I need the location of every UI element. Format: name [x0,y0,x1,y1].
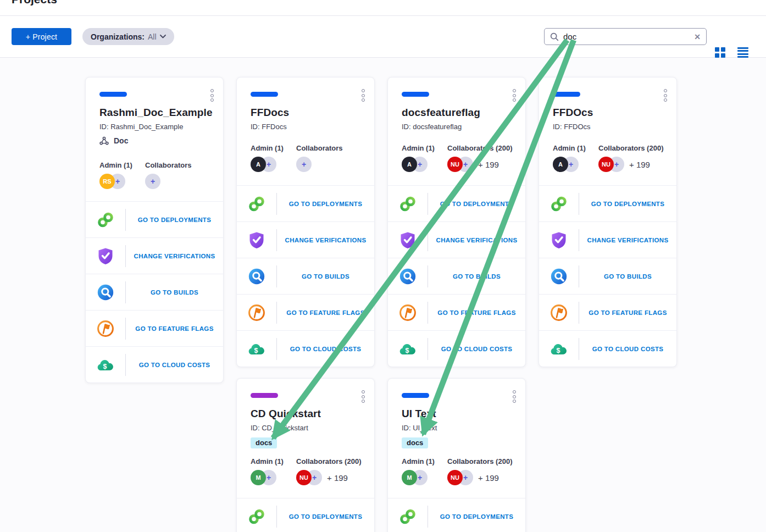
kebab-menu-button[interactable] [663,88,668,104]
cloud-costs-icon: $ [247,339,267,359]
project-card[interactable]: FFDocs ID: FFDocs Admin (1) A + Collabor… [236,77,375,367]
go-to-cloud-costs-link[interactable]: GO TO CLOUD COSTS [277,346,374,352]
action-row-cloud-costs[interactable]: $ GO TO CLOUD COSTS [539,330,676,367]
go-to-feature-flags-link[interactable]: GO TO FEATURE FLAGS [277,309,374,316]
go-to-cloud-costs-link[interactable]: GO TO CLOUD COSTS [428,346,525,352]
project-color-ribbon [99,92,127,97]
action-row-builds[interactable]: GO TO BUILDS [86,274,223,310]
action-row-feature-flags[interactable]: GO TO FEATURE FLAGS [388,294,525,330]
action-row-feature-flags[interactable]: GO TO FEATURE FLAGS [237,294,374,330]
change-verifications-link[interactable]: CHANGE VERIFICATIONS [126,253,223,259]
action-row-deployments[interactable]: GO TO DEPLOYMENTS [237,185,374,221]
action-row-verifications[interactable]: CHANGE VERIFICATIONS [539,221,676,258]
project-id: ID: FFDocs [251,123,360,131]
change-verifications-link[interactable]: CHANGE VERIFICATIONS [277,237,374,243]
project-color-ribbon [553,92,580,97]
tags-row: Doc [99,136,209,145]
organizations-filter-value: All [148,32,157,41]
project-id: ID: Rashmi_Doc_Example [99,123,209,131]
change-verifications-link[interactable]: CHANGE VERIFICATIONS [428,237,525,243]
kebab-menu-button[interactable] [512,389,517,406]
list-view-button[interactable] [737,47,748,58]
action-row-cloud-costs[interactable]: $ GO TO CLOUD COSTS [86,346,223,383]
collaborators-label: Collaborators (200) [447,457,512,465]
search-box[interactable]: ✕ [544,28,707,45]
project-name: docsfeatureflag [402,107,512,119]
project-name: FFDOcs [553,107,663,119]
go-to-deployments-link[interactable]: GO TO DEPLOYMENTS [277,201,374,207]
collaborators-label: Collaborators (200) [447,144,512,152]
project-id: ID: UI_Text [402,424,512,432]
collaborators-overflow-count: + 199 [478,473,499,483]
go-to-feature-flags-link[interactable]: GO TO FEATURE FLAGS [428,309,525,316]
project-card[interactable]: Rashmi_Doc_Example ID: Rashmi_Doc_Exampl… [85,77,224,383]
go-to-feature-flags-link[interactable]: GO TO FEATURE FLAGS [126,325,223,332]
action-row-verifications[interactable]: CHANGE VERIFICATIONS [86,237,223,274]
card-actions: GO TO DEPLOYMENTS [237,498,374,532]
project-card[interactable]: CD Quickstart ID: CD_Quickstart docs Adm… [236,378,375,532]
admin-label: Admin (1) [402,144,447,152]
go-to-deployments-link[interactable]: GO TO DEPLOYMENTS [277,513,374,520]
verifications-icon [549,230,569,250]
cloud-costs-icon: $ [96,355,115,375]
action-row-cloud-costs[interactable]: $ GO TO CLOUD COSTS [237,330,374,367]
avatar: M [402,470,417,485]
go-to-builds-link[interactable]: GO TO BUILDS [428,273,525,280]
add-collaborator-button[interactable]: + [296,157,312,172]
project-card[interactable]: UI Text ID: UI_Text docs Admin (1) M + C… [387,378,526,532]
project-id: ID: FFDOcs [553,123,663,131]
action-row-feature-flags[interactable]: GO TO FEATURE FLAGS [539,294,676,330]
collaborators-label: Collaborators (200) [598,144,663,152]
go-to-builds-link[interactable]: GO TO BUILDS [579,273,676,280]
collaborators-overflow-count: + 199 [478,160,499,169]
organizations-filter-dropdown[interactable]: Organizations: All [82,28,174,45]
search-clear-button[interactable]: ✕ [694,33,701,41]
project-card[interactable]: docsfeatureflag ID: docsfeatureflag Admi… [387,77,526,367]
action-row-builds[interactable]: GO TO BUILDS [539,258,676,294]
action-row-verifications[interactable]: CHANGE VERIFICATIONS [388,221,525,258]
go-to-deployments-link[interactable]: GO TO DEPLOYMENTS [428,201,525,207]
action-row-cloud-costs[interactable]: $ GO TO CLOUD COSTS [388,330,525,367]
action-row-verifications[interactable]: CHANGE VERIFICATIONS [237,221,374,258]
kebab-menu-button[interactable] [209,88,215,104]
action-row-deployments[interactable]: GO TO DEPLOYMENTS [237,498,374,532]
go-to-deployments-link[interactable]: GO TO DEPLOYMENTS [579,201,676,207]
action-row-deployments[interactable]: GO TO DEPLOYMENTS [388,185,525,221]
search-input[interactable] [563,32,690,41]
kebab-menu-button[interactable] [512,88,517,104]
action-row-builds[interactable]: GO TO BUILDS [237,258,374,294]
action-row-deployments[interactable]: GO TO DEPLOYMENTS [388,498,525,532]
go-to-cloud-costs-link[interactable]: GO TO CLOUD COSTS [579,346,676,352]
new-project-button[interactable]: + Project [12,28,71,45]
page-title: Projects [12,0,57,6]
svg-text:$: $ [406,346,409,354]
project-name: FFDocs [251,107,360,119]
change-verifications-link[interactable]: CHANGE VERIFICATIONS [579,237,676,243]
action-row-deployments[interactable]: GO TO DEPLOYMENTS [539,185,676,221]
grid-view-button[interactable] [715,47,725,58]
go-to-builds-link[interactable]: GO TO BUILDS [126,289,223,296]
action-row-deployments[interactable]: GO TO DEPLOYMENTS [86,201,223,237]
admin-label: Admin (1) [553,144,598,152]
card-actions: GO TO DEPLOYMENTS CHANGE VERIFICATIONS G… [237,185,374,367]
search-icon [550,32,559,41]
feature-flags-icon [398,303,418,323]
admin-label: Admin (1) [251,144,296,152]
go-to-deployments-link[interactable]: GO TO DEPLOYMENTS [126,217,223,223]
kebab-menu-button[interactable] [360,389,366,406]
go-to-builds-link[interactable]: GO TO BUILDS [277,273,374,280]
project-card[interactable]: FFDOcs ID: FFDOcs Admin (1) A + Collabor… [539,77,677,367]
deployments-icon [96,210,115,230]
go-to-deployments-link[interactable]: GO TO DEPLOYMENTS [428,513,525,520]
verifications-icon [247,230,267,250]
action-row-feature-flags[interactable]: GO TO FEATURE FLAGS [86,310,223,346]
chevron-down-icon [160,35,166,38]
kebab-menu-button[interactable] [360,88,366,104]
go-to-cloud-costs-link[interactable]: GO TO CLOUD COSTS [126,362,223,368]
collaborators-overflow-count: + 199 [629,160,650,169]
add-collaborator-button[interactable]: + [145,174,160,189]
action-row-builds[interactable]: GO TO BUILDS [388,258,525,294]
project-name: UI Text [402,408,512,420]
svg-text:$: $ [254,346,258,354]
go-to-feature-flags-link[interactable]: GO TO FEATURE FLAGS [579,309,676,316]
